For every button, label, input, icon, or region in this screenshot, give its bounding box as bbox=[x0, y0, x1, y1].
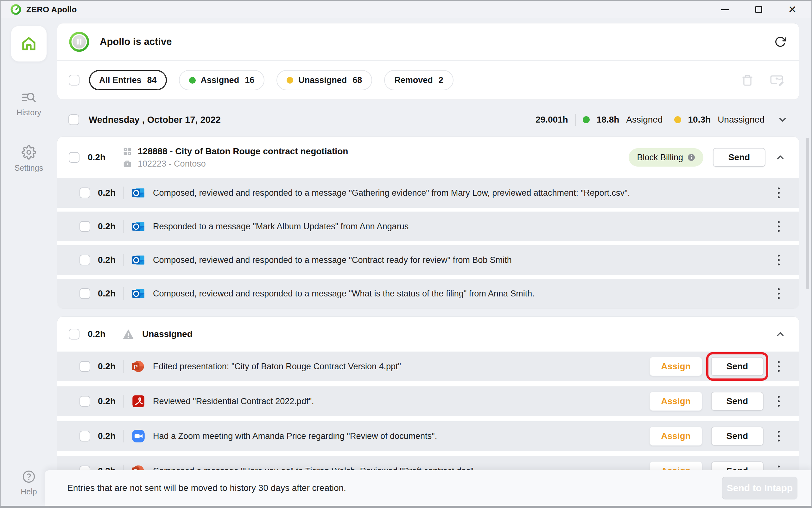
filter-chip[interactable]: Removed 2 bbox=[384, 70, 454, 90]
sidebar-item-history[interactable]: History bbox=[16, 91, 41, 117]
entry-row: 0.2h Responded to a message "Mark Album … bbox=[57, 212, 799, 241]
outlook-icon bbox=[131, 219, 145, 234]
divider bbox=[123, 220, 124, 233]
group-send-button[interactable]: Send bbox=[713, 148, 765, 167]
entry-hours: 0.2h bbox=[98, 396, 116, 406]
filter-chip[interactable]: All Entries 84 bbox=[89, 70, 167, 90]
entry-row: 0.2h Composed, reviewed and responded to… bbox=[57, 245, 799, 275]
entry-row: 0.2h Reviewed "Residential Contract 2022… bbox=[57, 386, 799, 416]
kebab-menu-icon[interactable] bbox=[772, 219, 785, 234]
entry-checkbox[interactable] bbox=[80, 396, 90, 407]
entry-group-matter: 0.2h 128888 - City of Baton Rouge contra… bbox=[57, 136, 799, 309]
group-checkbox[interactable] bbox=[69, 152, 80, 163]
chip-count: 84 bbox=[147, 75, 157, 85]
chip-label: Assigned bbox=[201, 75, 240, 85]
filter-chip[interactable]: Assigned 16 bbox=[179, 70, 265, 90]
trash-icon[interactable] bbox=[741, 74, 754, 86]
entry-hours: 0.2h bbox=[98, 255, 116, 265]
status-text: Apollo is active bbox=[100, 36, 172, 47]
entry-checkbox[interactable] bbox=[80, 187, 90, 198]
group-checkbox[interactable] bbox=[69, 329, 80, 340]
entry-hours: 0.2h bbox=[98, 221, 116, 231]
assign-button[interactable]: Assign bbox=[649, 357, 702, 376]
minimize-button[interactable] bbox=[719, 3, 732, 16]
powerpoint-icon: P bbox=[131, 359, 145, 373]
group-title: Unassigned bbox=[142, 329, 193, 339]
sidebar-item-help[interactable]: Help bbox=[20, 470, 37, 496]
chip-count: 68 bbox=[352, 75, 362, 85]
entry-description: Responded to a message "Mark Album Updat… bbox=[153, 222, 409, 231]
sidebar: History Settings Help bbox=[1, 18, 57, 506]
badge-label: Block Billing bbox=[637, 153, 683, 163]
briefcase-icon bbox=[123, 159, 132, 168]
matter-icon bbox=[123, 146, 132, 156]
scrollbar-thumb[interactable] bbox=[806, 138, 809, 289]
chevron-up-icon[interactable] bbox=[775, 329, 786, 340]
footer-note: Entries that are not sent will be moved … bbox=[67, 483, 346, 493]
entry-group-unassigned: 0.2h Unassigned bbox=[57, 316, 799, 486]
svg-text:P: P bbox=[134, 364, 138, 370]
edit-entry-icon[interactable] bbox=[770, 74, 784, 86]
close-button[interactable]: ✕ bbox=[786, 3, 799, 16]
chip-label: Unassigned bbox=[298, 75, 347, 85]
chevron-up-icon[interactable] bbox=[775, 152, 786, 163]
kebab-menu-icon[interactable] bbox=[772, 359, 785, 373]
entry-checkbox[interactable] bbox=[80, 255, 90, 265]
zoom-icon bbox=[131, 429, 145, 443]
chevron-down-icon[interactable] bbox=[777, 114, 788, 125]
assign-button[interactable]: Assign bbox=[649, 392, 702, 411]
info-icon[interactable] bbox=[688, 154, 695, 161]
chip-count: 2 bbox=[439, 75, 443, 85]
day-unassigned-label: Unassigned bbox=[718, 115, 765, 125]
kebab-menu-icon[interactable] bbox=[772, 253, 785, 267]
kebab-menu-icon[interactable] bbox=[772, 186, 785, 200]
select-all-checkbox[interactable] bbox=[69, 75, 80, 86]
kebab-menu-icon[interactable] bbox=[772, 287, 785, 301]
kebab-menu-icon[interactable] bbox=[772, 429, 785, 443]
send-button[interactable]: Send bbox=[711, 357, 764, 376]
chip-status-dot bbox=[287, 77, 293, 84]
day-unassigned-hours: 10.3h bbox=[688, 115, 711, 125]
send-button[interactable]: Send bbox=[711, 427, 764, 446]
help-label: Help bbox=[20, 487, 37, 496]
main-content: Apollo is active All Entries 84 bbox=[57, 18, 811, 506]
pause-button[interactable] bbox=[69, 31, 90, 52]
group-hours: 0.2h bbox=[88, 329, 105, 339]
entry-description: Had a Zoom meeting with Amanda Price reg… bbox=[153, 431, 437, 441]
maximize-button[interactable] bbox=[753, 3, 765, 16]
divider bbox=[123, 430, 124, 442]
refresh-icon[interactable] bbox=[774, 36, 786, 48]
outlook-icon bbox=[131, 253, 145, 267]
outlook-icon bbox=[131, 186, 145, 200]
send-button[interactable]: Send bbox=[711, 392, 764, 411]
entry-checkbox[interactable] bbox=[80, 288, 90, 299]
entry-description: Reviewed "Residential Contract 2022.pdf"… bbox=[153, 396, 314, 406]
entry-description: Composed, reviewed and responded to a me… bbox=[153, 289, 535, 299]
outlook-icon bbox=[131, 287, 145, 301]
entry-checkbox[interactable] bbox=[80, 431, 90, 441]
assign-button[interactable]: Assign bbox=[649, 427, 702, 446]
divider bbox=[123, 395, 124, 408]
day-assigned-label: Assigned bbox=[626, 115, 663, 125]
entry-checkbox[interactable] bbox=[80, 221, 90, 232]
sidebar-item-settings[interactable]: Settings bbox=[14, 145, 43, 173]
entry-checkbox[interactable] bbox=[80, 361, 90, 372]
filter-chip[interactable]: Unassigned 68 bbox=[276, 70, 372, 90]
unassigned-entry-list: 0.2h P Edited presentation: "City of Bat… bbox=[57, 351, 799, 486]
footer-bar: Entries that are not sent will be moved … bbox=[45, 470, 811, 506]
chip-label: All Entries bbox=[99, 75, 141, 85]
divider bbox=[123, 360, 124, 373]
send-to-intapp-button[interactable]: Send to Intapp bbox=[722, 477, 798, 500]
day-checkbox[interactable] bbox=[69, 114, 79, 125]
assigned-dot bbox=[583, 116, 590, 123]
entry-row: 0.2h Had a Zoom meeting with Amanda Pric… bbox=[57, 421, 799, 451]
group-hours: 0.2h bbox=[88, 152, 105, 163]
sidebar-item-home[interactable] bbox=[11, 26, 47, 62]
block-billing-badge: Block Billing bbox=[629, 148, 703, 167]
kebab-menu-icon[interactable] bbox=[772, 394, 785, 408]
divider bbox=[123, 254, 124, 266]
matter-entry-list: 0.2h Composed, reviewed and responded to… bbox=[57, 178, 799, 308]
matter-title: 128888 - City of Baton Rouge contract ne… bbox=[138, 146, 348, 157]
entry-row: 0.2h Composed, reviewed and responded to… bbox=[57, 178, 799, 208]
divider bbox=[575, 114, 576, 126]
